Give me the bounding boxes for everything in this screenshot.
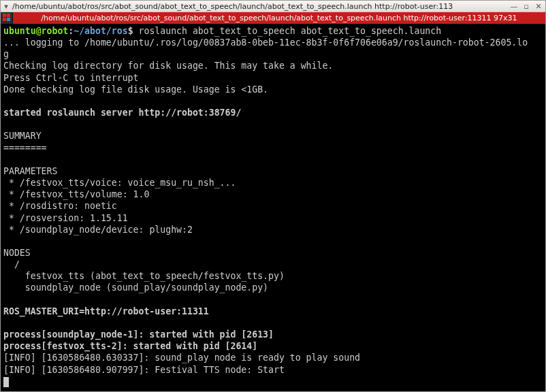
prompt-cwd: ~/abot/ros: [74, 26, 127, 36]
tabbar: /home/ubuntu/abot/ros/src/abot_sound/abo…: [1, 12, 545, 24]
output-line: started roslaunch server http://robot:38…: [3, 108, 241, 118]
output-line: SUMMARY: [3, 131, 42, 141]
window-frame: ▾ /home/ubuntu/abot/ros/src/abot_sound/a…: [0, 0, 546, 392]
minimize-button[interactable]: —: [510, 2, 518, 10]
prompt-userhost: ubuntu@robot: [3, 26, 68, 36]
output-line: process[soundplay_node-1]: started with …: [3, 329, 274, 340]
output-line: ========: [3, 143, 47, 153]
output-line: [INFO] [1630586480.907997]: Festival TTS…: [3, 365, 285, 375]
output-line: ... logging to /home/ubuntu/.ros/log/008…: [3, 37, 528, 48]
terminator-icon[interactable]: [1, 12, 13, 24]
output-line: * /rosversion: 1.15.11: [3, 213, 128, 223]
prompt-sep2: $: [128, 26, 139, 36]
output-line: Press Ctrl-C to interrupt: [3, 73, 139, 83]
window-title: /home/ubuntu/abot/ros/src/abot_sound/abo…: [10, 2, 510, 11]
command-text: roslaunch abot_text_to_speech abot_text_…: [139, 26, 442, 36]
output-line: * /rosdistro: noetic: [3, 201, 117, 211]
output-line: PARAMETERS: [3, 166, 57, 176]
output-line: * /festvox_tts/voice: voice_msu_ru_nsh_.…: [3, 178, 236, 188]
tab-active[interactable]: /home/ubuntu/abot/ros/src/abot_sound/abo…: [13, 12, 545, 24]
close-button[interactable]: ✕: [534, 2, 543, 10]
output-line: * /festvox_tts/volume: 1.0: [3, 189, 149, 199]
output-line: ROS_MASTER_URI=http://robot-user:11311: [3, 306, 209, 316]
window-menu-icon[interactable]: ▾: [2, 2, 10, 11]
output-line: NODES: [3, 248, 31, 258]
window-controls: — ▫ ✕: [510, 2, 543, 10]
output-line: Done checking log file disk usage. Usage…: [3, 84, 268, 95]
output-line: g: [3, 49, 9, 59]
maximize-button[interactable]: ▫: [522, 2, 530, 10]
output-line: Checking log directory for disk usage. T…: [3, 61, 333, 71]
tab-label: /home/ubuntu/abot/ros/src/abot_sound/abo…: [41, 14, 517, 22]
terminal[interactable]: ubuntu@robot:~/abot/ros$ roslaunch abot_…: [1, 24, 545, 391]
output-line: festvox_tts (abot_text_to_speech/festvox…: [3, 271, 285, 281]
output-line: soundplay_node (sound_play/soundplay_nod…: [3, 282, 268, 293]
output-line: [INFO] [1630586480.630337]: sound_play n…: [3, 353, 360, 363]
output-line: * /soundplay_node/device: plughw:2: [3, 225, 193, 235]
cursor: [3, 377, 9, 387]
output-line: process[festvox_tts-2]: started with pid…: [3, 341, 257, 351]
output-line: /: [3, 259, 20, 270]
titlebar[interactable]: ▾ /home/ubuntu/abot/ros/src/abot_sound/a…: [1, 1, 545, 12]
